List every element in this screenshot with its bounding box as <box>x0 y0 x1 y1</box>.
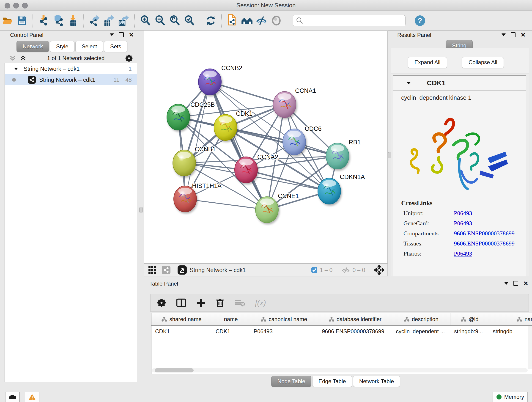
crosslink-link[interactable]: P06493 <box>454 210 472 217</box>
maximize-panel-icon[interactable] <box>119 32 124 37</box>
apply-layout-button[interactable] <box>205 14 217 27</box>
cdk1-section-header[interactable]: CDK1 <box>393 76 526 90</box>
table-cell[interactable]: 9606.ENSP00000378699 <box>318 328 392 335</box>
edge-CCNB2-CCNE1[interactable] <box>210 82 267 210</box>
node-CCNE1[interactable] <box>255 197 278 223</box>
zoom-in-button[interactable] <box>139 14 151 27</box>
string-protein-query-button[interactable] <box>226 14 238 27</box>
birdseye-view-icon[interactable] <box>177 265 187 275</box>
import-network-file-button[interactable] <box>38 14 50 27</box>
expand-all-icon[interactable] <box>20 55 27 62</box>
node-CCNA2[interactable] <box>234 157 258 183</box>
node-CDC6[interactable] <box>283 129 306 155</box>
float-panel-icon[interactable] <box>110 33 114 36</box>
warnings-button[interactable] <box>25 392 39 402</box>
expand-all-button[interactable]: Expand All <box>408 57 447 68</box>
table-row[interactable]: CDK1CDK1P064939606.ENSP00000378699cyclin… <box>152 326 532 337</box>
tab-style[interactable]: Style <box>50 41 75 52</box>
zoom-selected-button[interactable] <box>183 14 195 27</box>
edge-HIST1H1A-CCNE1[interactable] <box>185 199 267 210</box>
string-network-graph[interactable]: CCNB2CCNA1CDC25BCDK1CDC6RB1CCNB1CCNA2CDK… <box>144 31 387 263</box>
crosslink-link[interactable]: P06493 <box>454 220 472 227</box>
network-view-share-icon[interactable] <box>162 265 171 274</box>
scrollbar-thumb[interactable] <box>155 368 194 372</box>
close-panel-icon[interactable]: ✕ <box>520 32 526 37</box>
memory-button[interactable]: Memory <box>493 392 528 402</box>
table-cell[interactable]: CDK1 <box>152 328 212 335</box>
show-columns-icon[interactable] <box>176 298 186 307</box>
edge-CCNB2-HIST1H1A[interactable] <box>185 82 210 199</box>
close-panel-icon[interactable]: ✕ <box>129 32 134 37</box>
collection-expand-icon[interactable] <box>14 68 18 70</box>
hidden-eye-slash-icon[interactable] <box>341 266 350 274</box>
save-session-button[interactable] <box>16 14 28 27</box>
tab-sets[interactable]: Sets <box>104 41 127 52</box>
maximize-panel-icon[interactable] <box>511 32 515 37</box>
import-table-button[interactable] <box>67 14 79 27</box>
maximize-panel-icon[interactable] <box>513 281 518 286</box>
node-RB1[interactable] <box>326 143 349 169</box>
delete-table-icon[interactable] <box>234 299 245 307</box>
float-panel-icon[interactable] <box>504 282 508 285</box>
cloud-status-button[interactable] <box>5 392 20 402</box>
show-graphics-button[interactable] <box>270 14 282 27</box>
import-network-database-button[interactable] <box>52 14 64 27</box>
selected-checkbox-icon[interactable] <box>311 267 317 273</box>
column-header-description[interactable]: description <box>392 313 450 325</box>
table-cell[interactable]: stringdb <box>489 328 532 335</box>
left-splitter-grip[interactable] <box>139 207 143 213</box>
tab-edge-table[interactable]: Edge Table <box>312 376 352 387</box>
hide-unhide-button[interactable] <box>256 14 268 27</box>
table-horizontal-scrollbar[interactable] <box>152 368 528 372</box>
node-CDC25B[interactable] <box>167 104 190 130</box>
crosslink-link[interactable]: 9606.ENSP00000378699 <box>454 230 515 237</box>
open-session-button[interactable] <box>1 14 13 27</box>
grid-view-icon[interactable] <box>148 266 157 274</box>
function-builder-icon[interactable]: f(x) <box>255 298 266 307</box>
export-network-button[interactable] <box>89 14 100 27</box>
float-panel-icon[interactable] <box>501 33 506 36</box>
collapse-all-button[interactable]: Collapse All <box>462 57 504 68</box>
column-header-canonicalname[interactable]: canonical name <box>250 313 318 325</box>
network-options-gear-icon[interactable] <box>125 54 133 62</box>
column-header-name[interactable]: name <box>212 313 250 325</box>
table-cell[interactable]: P06493 <box>250 328 318 335</box>
node-CCNA1[interactable] <box>273 91 296 118</box>
export-table-button[interactable] <box>103 14 115 27</box>
section-collapse-icon[interactable] <box>407 82 411 84</box>
network-collection-row[interactable]: String Network – cdk1 1 <box>5 63 137 74</box>
column-header-id[interactable]: @id <box>450 313 489 325</box>
tab-node-table[interactable]: Node Table <box>271 376 311 387</box>
crosslink-link[interactable]: P06493 <box>454 250 472 257</box>
help-button[interactable]: ? <box>415 15 425 26</box>
table-cell[interactable]: CDK1 <box>212 328 250 335</box>
delete-column-icon[interactable] <box>215 298 224 307</box>
node-HIST1H1A[interactable] <box>174 186 196 212</box>
add-column-icon[interactable] <box>196 298 206 307</box>
export-image-button[interactable] <box>118 14 130 27</box>
pan-move-icon[interactable] <box>374 265 384 275</box>
column-header-namespace[interactable]: namespace <box>489 313 532 325</box>
network-canvas[interactable]: CCNB2CCNA1CDC25BCDK1CDC6RB1CCNB1CCNA2CDK… <box>144 31 388 264</box>
table-options-gear-icon[interactable] <box>157 298 166 307</box>
node-CCNB1[interactable] <box>173 150 196 176</box>
zoom-out-button[interactable] <box>154 14 166 27</box>
table-cell[interactable]: cyclin–dependent ... <box>392 328 450 335</box>
table-cell[interactable]: stringdb:9... <box>450 328 489 335</box>
column-header-sharedname[interactable]: shared name <box>152 313 212 325</box>
zoom-fit-button[interactable] <box>169 14 181 27</box>
tab-select[interactable]: Select <box>75 41 103 52</box>
close-panel-icon[interactable]: ✕ <box>523 281 528 286</box>
collapse-all-icon[interactable] <box>9 55 16 62</box>
table-vertical-scrollbar[interactable] <box>528 326 532 369</box>
search-field[interactable] <box>293 15 405 26</box>
string-home-button[interactable] <box>241 14 253 27</box>
tab-network[interactable]: Network <box>17 41 49 52</box>
node-CCNB2[interactable] <box>198 69 221 95</box>
network-row[interactable]: String Network – cdk1 11 48 <box>5 74 137 85</box>
tab-network-table[interactable]: Network Table <box>353 376 400 387</box>
column-header-databaseidentifier[interactable]: database identifier <box>318 313 392 325</box>
node-CDKN1A[interactable] <box>318 178 341 204</box>
node-CDK1[interactable] <box>214 114 237 140</box>
crosslink-link[interactable]: 9606.ENSP00000378699 <box>454 240 515 247</box>
